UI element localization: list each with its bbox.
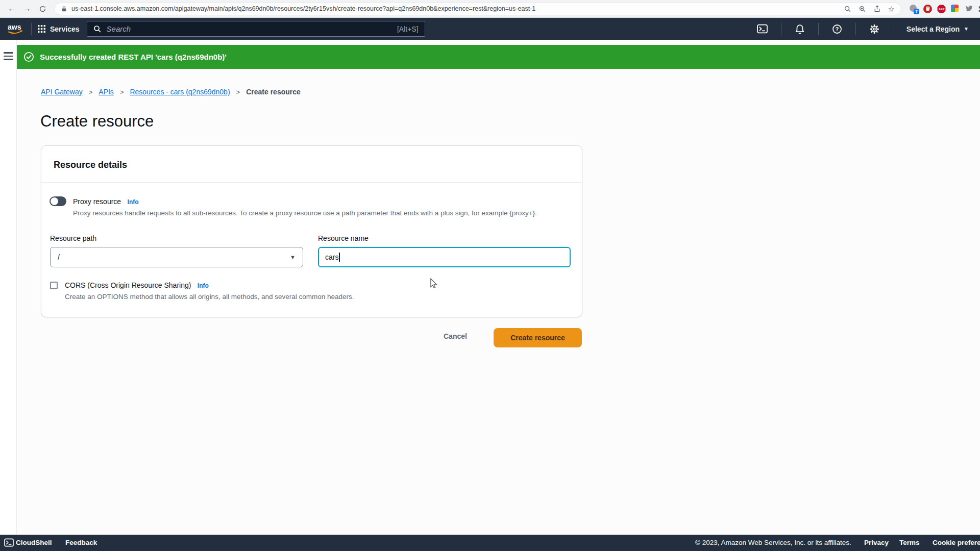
- browser-reload-button[interactable]: [36, 2, 49, 15]
- footer-terms-link[interactable]: Terms: [899, 539, 920, 546]
- resource-path-label: Resource path: [50, 234, 96, 242]
- proxy-resource-toggle[interactable]: [50, 196, 66, 206]
- text-cursor: [339, 253, 340, 262]
- resource-name-input[interactable]: cars: [318, 247, 571, 267]
- footer-cloudshell-link[interactable]: CloudShell: [16, 539, 52, 546]
- collapsed-side-nav: [0, 40, 17, 535]
- zoom-icon[interactable]: [859, 5, 866, 13]
- notifications-button[interactable]: [788, 24, 812, 34]
- chevron-down-icon: ▼: [964, 26, 969, 32]
- console-footer: CloudShell Feedback © 2023, Amazon Web S…: [0, 535, 980, 551]
- footer-copyright: © 2023, Amazon Web Services, Inc. or its…: [695, 539, 851, 546]
- question-icon: ?: [832, 24, 842, 34]
- svg-text:?: ?: [836, 26, 839, 32]
- resource-path-select[interactable]: / ▼: [50, 247, 303, 267]
- footer-cookie-preferences-link[interactable]: Cookie preferences: [933, 539, 980, 546]
- aws-top-nav: aws Services Search [Alt+S]: [0, 18, 980, 40]
- chevron-down-icon: ▼: [290, 254, 296, 260]
- browser-back-button[interactable]: ←: [5, 2, 18, 15]
- region-label: Select a Region: [906, 25, 960, 33]
- reload-icon: [39, 5, 46, 13]
- lock-icon: [61, 6, 67, 12]
- cloudshell-icon: [757, 24, 768, 34]
- search-icon[interactable]: [844, 5, 851, 13]
- resource-path-value: /: [58, 253, 60, 261]
- card-title: Resource details: [54, 160, 570, 170]
- help-button[interactable]: ?: [825, 24, 849, 34]
- address-bar[interactable]: us-east-1.console.aws.amazon.com/apigate…: [54, 3, 901, 15]
- create-resource-button[interactable]: Create resource: [494, 328, 582, 347]
- proxy-resource-label: Proxy resource: [73, 197, 121, 206]
- cloudshell-button[interactable]: [750, 24, 775, 34]
- breadcrumb-resources[interactable]: Resources - cars (q2ns69dn0b): [130, 88, 230, 96]
- mouse-cursor: [430, 278, 438, 289]
- abp-extension-icon[interactable]: ABP: [937, 5, 946, 13]
- svg-text:aws: aws: [8, 23, 21, 31]
- resource-details-card: Resource details Proxy resource Info Pro…: [41, 145, 582, 317]
- url-text: us-east-1.console.aws.amazon.com/apigate…: [71, 5, 535, 12]
- cancel-button[interactable]: Cancel: [444, 332, 467, 340]
- proxy-info-link[interactable]: Info: [128, 198, 139, 206]
- resource-name-value: cars: [325, 253, 338, 261]
- breadcrumb-separator: >: [236, 88, 240, 96]
- breadcrumb-apis[interactable]: APIs: [99, 88, 114, 96]
- success-check-icon: [23, 52, 34, 62]
- success-flashbar: Successfully created REST API 'cars (q2n…: [17, 45, 980, 69]
- extension-icon-badge7[interactable]: 7: [910, 5, 918, 13]
- search-shortcut-hint: [Alt+S]: [397, 25, 419, 33]
- region-selector[interactable]: Select a Region ▼: [899, 25, 974, 33]
- cloudshell-icon[interactable]: [4, 538, 14, 547]
- flashbar-message: Successfully created REST API 'cars (q2n…: [40, 53, 227, 61]
- search-icon: [93, 25, 102, 33]
- adblock-hand-icon[interactable]: [923, 5, 932, 13]
- settings-button[interactable]: [862, 24, 887, 34]
- proxy-resource-description: Proxy resources handle requests to all s…: [73, 209, 537, 217]
- breadcrumb-api-gateway[interactable]: API Gateway: [41, 88, 83, 96]
- bird-extension-icon[interactable]: [965, 5, 973, 13]
- footer-feedback-link[interactable]: Feedback: [65, 539, 97, 546]
- breadcrumb: API Gateway > APIs > Resources - cars (q…: [41, 88, 301, 96]
- hamburger-menu-button[interactable]: [4, 52, 13, 60]
- services-menu[interactable]: Services: [38, 25, 80, 33]
- cors-checkbox[interactable]: [50, 282, 58, 289]
- resource-name-label: Resource name: [318, 234, 369, 242]
- breadcrumb-separator: >: [89, 88, 93, 96]
- svg-text:ABP: ABP: [939, 8, 945, 11]
- console-search-input[interactable]: Search [Alt+S]: [87, 21, 425, 37]
- app-grid-icon: [38, 25, 45, 33]
- bookmark-star-icon[interactable]: ☆: [888, 5, 895, 13]
- browser-extensions-area: 7 ABP: [910, 5, 980, 13]
- footer-privacy-link[interactable]: Privacy: [864, 539, 889, 546]
- browser-toolbar: ← → us-east-1.console.aws.amazon.com/api…: [0, 0, 980, 18]
- aws-logo[interactable]: aws: [6, 22, 25, 35]
- page-title: Create resource: [40, 112, 154, 131]
- breadcrumb-separator: >: [120, 88, 124, 96]
- cors-info-link[interactable]: Info: [198, 282, 209, 289]
- cors-description: Create an OPTIONS method that allows all…: [65, 293, 354, 300]
- search-placeholder: Search: [107, 24, 131, 33]
- cors-label: CORS (Cross Origin Resource Sharing): [65, 281, 191, 289]
- bell-icon: [795, 24, 805, 34]
- extension-badge-count: 7: [914, 9, 919, 14]
- color-grid-extension-icon[interactable]: [951, 5, 960, 13]
- browser-forward-button[interactable]: →: [20, 2, 34, 15]
- services-label: Services: [50, 25, 80, 33]
- share-icon[interactable]: [873, 5, 881, 13]
- gear-icon: [869, 24, 879, 34]
- breadcrumb-current: Create resource: [246, 88, 301, 96]
